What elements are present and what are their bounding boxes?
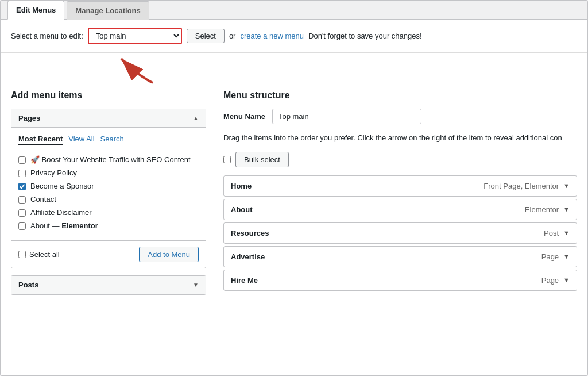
pages-panel-header[interactable]: Pages ▲ <box>11 109 206 128</box>
page-label-2: Become a Sponsor <box>30 182 94 190</box>
admin-wrap: Edit Menus Manage Locations Select a men… <box>0 0 588 376</box>
pages-panel-tabs: Most Recent View All Search <box>11 128 206 149</box>
bulk-select-row: Bulk select <box>223 152 577 167</box>
page-label-4: Affiliate Disclaimer <box>30 208 92 217</box>
page-label-5: About — Elementor <box>30 221 98 230</box>
select-all-row: Select all <box>18 250 60 259</box>
menu-item-right-home: Front Page, Elementor ▼ <box>483 182 570 190</box>
tab-manage-locations[interactable]: Manage Locations <box>67 1 149 20</box>
tab-bar: Edit Menus Manage Locations <box>1 1 587 20</box>
arrow-annotation <box>1 53 587 85</box>
list-item: About — Elementor <box>18 221 199 230</box>
right-column: Menu structure Menu Name Drag the items … <box>223 85 577 293</box>
chevron-down-icon: ▼ <box>193 282 199 288</box>
menu-item-right-advertise: Page ▼ <box>541 252 570 261</box>
page-checkbox-4[interactable] <box>18 209 26 217</box>
red-arrow-icon <box>110 53 161 85</box>
tab-view-all[interactable]: View All <box>68 133 94 145</box>
select-all-checkbox[interactable] <box>18 251 26 258</box>
page-checkbox-0[interactable] <box>18 156 26 164</box>
menu-item-right-hire-me: Page ▼ <box>541 276 570 285</box>
page-label-3: Contact <box>30 195 56 204</box>
select-menu-bar: Select a menu to edit: Top main Select o… <box>1 20 587 53</box>
chevron-right-icon-about[interactable]: ▼ <box>563 206 570 213</box>
pages-panel-title: Pages <box>18 114 40 122</box>
bulk-select-checkbox[interactable] <box>223 156 231 163</box>
select-menu-label: Select a menu to edit: <box>11 32 83 40</box>
menu-dropdown[interactable]: Top main <box>89 29 181 43</box>
drag-description: Drag the items into the order you prefer… <box>223 132 577 144</box>
pages-panel: Pages ▲ Most Recent View All Search 🚀 Bo… <box>11 109 206 268</box>
menu-structure-heading: Menu structure <box>223 90 577 101</box>
chevron-right-icon-hire-me[interactable]: ▼ <box>563 277 570 283</box>
add-menu-items-heading: Add menu items <box>11 90 206 101</box>
menu-select-wrapper: Top main <box>88 28 182 44</box>
page-label-0: 🚀 Boost Your Website Traffic with SEO Co… <box>30 155 191 164</box>
tab-edit-menus[interactable]: Edit Menus <box>7 1 64 20</box>
posts-panel-header[interactable]: Posts ▼ <box>11 276 206 294</box>
menu-item-meta-advertise: Page <box>541 252 559 261</box>
posts-panel: Posts ▼ <box>11 275 206 295</box>
menu-item-name-advertise: Advertise <box>231 252 265 261</box>
menu-item-meta-hire-me: Page <box>541 276 559 285</box>
menu-item-hire-me: Hire Me Page ▼ <box>223 270 577 291</box>
page-checkbox-2[interactable] <box>18 183 26 190</box>
pages-panel-footer: Select all Add to Menu <box>11 240 206 268</box>
create-new-menu-link[interactable]: create a new menu <box>240 32 304 40</box>
menu-item-right-about: Elementor ▼ <box>525 205 570 214</box>
main-layout: Add menu items Pages ▲ Most Recent View … <box>1 85 587 305</box>
menu-name-label: Menu Name <box>223 112 265 121</box>
add-to-menu-button[interactable]: Add to Menu <box>139 247 199 262</box>
chevron-right-icon-resources[interactable]: ▼ <box>563 229 570 236</box>
list-item: Become a Sponsor <box>18 182 199 190</box>
select-all-label: Select all <box>29 250 60 259</box>
page-label-1: Privacy Policy <box>30 168 77 177</box>
menu-item-name-hire-me: Hire Me <box>231 276 258 285</box>
chevron-right-icon-home[interactable]: ▼ <box>563 182 570 189</box>
list-item: Affiliate Disclaimer <box>18 208 199 217</box>
list-item: Contact <box>18 195 199 204</box>
menu-item-home: Home Front Page, Elementor ▼ <box>223 175 577 197</box>
pages-panel-body: 🚀 Boost Your Website Traffic with SEO Co… <box>11 149 206 240</box>
page-checkbox-5[interactable] <box>18 222 26 230</box>
list-item: 🚀 Boost Your Website Traffic with SEO Co… <box>18 155 199 164</box>
chevron-right-icon-advertise[interactable]: ▼ <box>563 253 570 260</box>
or-text: or <box>229 32 236 40</box>
menu-name-row: Menu Name <box>223 109 577 124</box>
menu-item-name-resources: Resources <box>231 229 269 237</box>
tab-most-recent[interactable]: Most Recent <box>18 133 63 145</box>
left-column: Add menu items Pages ▲ Most Recent View … <box>11 85 206 295</box>
menu-item-name-home: Home <box>231 182 252 190</box>
menu-item-meta-home: Front Page, Elementor <box>483 182 559 190</box>
dont-forget-text: Don't forget to save your changes! <box>308 32 422 40</box>
bulk-select-button[interactable]: Bulk select <box>235 152 289 167</box>
posts-panel-title: Posts <box>18 281 38 289</box>
page-checkbox-3[interactable] <box>18 196 26 204</box>
menu-item-name-about: About <box>231 205 253 214</box>
page-checkbox-1[interactable] <box>18 170 26 177</box>
menu-item-right-resources: Post ▼ <box>544 229 570 237</box>
list-item: Privacy Policy <box>18 168 199 177</box>
menu-item-advertise: Advertise Page ▼ <box>223 246 577 267</box>
menu-item-about: About Elementor ▼ <box>223 199 577 220</box>
tab-search[interactable]: Search <box>100 133 124 145</box>
select-button[interactable]: Select <box>187 29 225 43</box>
menu-item-meta-about: Elementor <box>525 205 559 214</box>
menu-item-meta-resources: Post <box>544 229 559 237</box>
menu-item-resources: Resources Post ▼ <box>223 222 577 244</box>
chevron-up-icon: ▲ <box>193 115 199 121</box>
menu-name-input[interactable] <box>272 109 421 124</box>
